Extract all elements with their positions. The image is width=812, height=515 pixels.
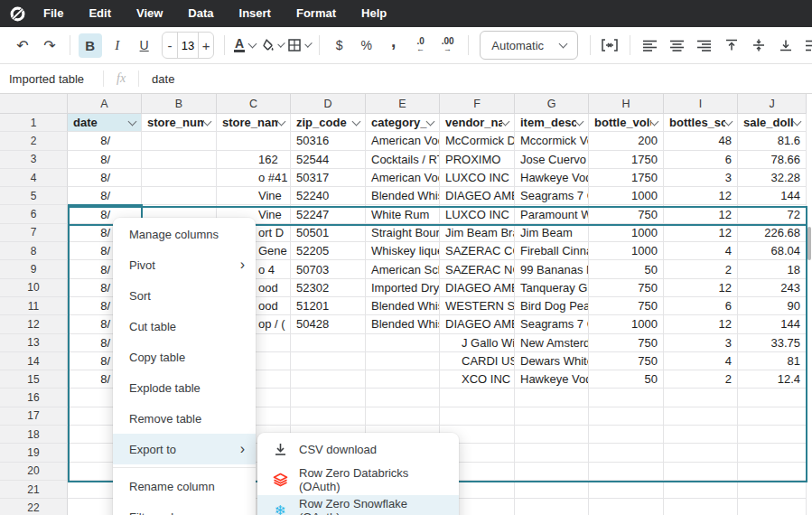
cell-J20[interactable]	[738, 463, 807, 481]
row-header-13[interactable]: 13	[0, 334, 68, 352]
cell-C2[interactable]	[217, 132, 291, 150]
cell-I5[interactable]: 12	[664, 187, 738, 205]
cell-H21[interactable]	[589, 481, 664, 499]
currency-format-button[interactable]: $	[328, 33, 351, 58]
row-header-2[interactable]: 2	[0, 132, 68, 150]
cell-J14[interactable]: 81	[738, 352, 807, 370]
cell-E12[interactable]: Blended Whis	[366, 315, 440, 333]
header-cell-bottles-so[interactable]: bottles_so	[664, 114, 738, 132]
cell-D15[interactable]	[291, 370, 366, 389]
cell-D4[interactable]: 50317	[291, 169, 366, 187]
cell-F7[interactable]: Jim Beam Bra	[440, 224, 515, 242]
underline-button[interactable]: U	[133, 33, 156, 58]
cell-I11[interactable]: 6	[664, 297, 738, 315]
row-header-15[interactable]: 15	[0, 370, 68, 389]
cell-G19[interactable]	[515, 444, 589, 462]
cell-I9[interactable]: 2	[664, 260, 738, 278]
row-header-20[interactable]: 20	[0, 463, 68, 481]
menu-item-explode-table[interactable]: Explode table	[113, 372, 256, 403]
column-header-b[interactable]: B	[142, 94, 217, 114]
cell-H20[interactable]	[589, 463, 664, 481]
cell-I18[interactable]	[664, 426, 738, 444]
cell-D14[interactable]	[291, 352, 366, 370]
row-header-14[interactable]: 14	[0, 352, 68, 370]
cell-D12[interactable]: 50428	[291, 315, 366, 333]
row-header-9[interactable]: 9	[0, 260, 68, 278]
vertical-align-bottom-button[interactable]	[774, 33, 798, 58]
cell-I7[interactable]: 12	[664, 224, 738, 242]
menubar-item-edit[interactable]: Edit	[76, 0, 124, 27]
cell-F6[interactable]: LUXCO INC	[440, 205, 515, 223]
cell-F11[interactable]: WESTERN SP	[440, 297, 515, 315]
cell-H10[interactable]: 750	[589, 279, 664, 297]
menu-item-remove-table[interactable]: Remove table	[113, 403, 256, 434]
fill-color-button[interactable]	[260, 33, 284, 58]
cell-F13[interactable]: J Gallo Wi	[440, 334, 515, 352]
cell-I12[interactable]: 12	[664, 315, 738, 333]
cell-D2[interactable]: 50316	[291, 132, 366, 150]
borders-button[interactable]	[287, 33, 311, 58]
cell-D11[interactable]: 51201	[291, 297, 366, 315]
header-cell-date[interactable]: date	[68, 114, 142, 132]
cell-G7[interactable]: Jim Beam	[515, 224, 589, 242]
row-header-21[interactable]: 21	[0, 481, 68, 499]
row-header-10[interactable]: 10	[0, 279, 68, 297]
cell-E11[interactable]: Blended Whis	[366, 297, 440, 315]
cell-H16[interactable]	[589, 389, 664, 407]
cell-J22[interactable]	[738, 499, 807, 515]
menu-item-copy-table[interactable]: Copy table	[113, 342, 256, 372]
cell-C4[interactable]: o #41	[217, 169, 291, 187]
cell-H17[interactable]	[589, 407, 664, 426]
cell-C5[interactable]: Vine	[217, 187, 291, 205]
header-cell-vendor-na[interactable]: vendor_na	[440, 114, 515, 132]
column-header-d[interactable]: D	[291, 94, 366, 114]
cell-F14[interactable]: CARDI USA	[440, 352, 515, 370]
align-right-button[interactable]	[693, 33, 716, 58]
cell-D10[interactable]: 52302	[291, 279, 366, 297]
cell-B5[interactable]	[142, 187, 217, 205]
cell-J16[interactable]	[738, 389, 807, 407]
cell-I17[interactable]	[664, 407, 738, 426]
cell-H11[interactable]: 750	[589, 297, 664, 315]
cell-I15[interactable]: 2	[664, 370, 738, 389]
cell-J18[interactable]	[738, 426, 807, 444]
header-cell-item-desc[interactable]: item_desc	[515, 114, 589, 132]
cell-F16[interactable]	[440, 389, 515, 407]
cell-E6[interactable]: White Rum	[366, 205, 440, 223]
menu-item-rename-column[interactable]: Rename column	[113, 471, 256, 501]
submenu-item-row-zero-snowflake-oauth[interactable]: ❄Row Zero Snowflake (OAuth)	[257, 495, 459, 515]
cell-F2[interactable]: McCormick D	[440, 132, 515, 150]
menubar-item-file[interactable]: File	[31, 0, 76, 27]
cell-G4[interactable]: Hawkeye Vod	[515, 169, 589, 187]
cell-F17[interactable]	[440, 407, 515, 426]
font-size-increase-button[interactable]: +	[199, 38, 214, 53]
column-header-e[interactable]: E	[366, 94, 440, 114]
cell-G5[interactable]: Seagrams 7 C	[515, 187, 589, 205]
cell-E10[interactable]: Imported Dry	[366, 279, 440, 297]
merge-cells-button[interactable]	[598, 33, 621, 58]
column-filter-chevron-icon[interactable]	[650, 117, 659, 126]
cell-I6[interactable]: 12	[664, 205, 738, 223]
cell-J7[interactable]: 226.68	[738, 224, 807, 242]
cell-H9[interactable]: 50	[589, 260, 664, 278]
cell-F3[interactable]: PROXIMO	[440, 151, 515, 169]
row-header-3[interactable]: 3	[0, 151, 68, 169]
column-filter-chevron-icon[interactable]	[575, 117, 584, 126]
cell-J3[interactable]: 78.66	[738, 151, 807, 169]
align-left-button[interactable]	[639, 33, 662, 58]
vertical-align-middle-button[interactable]	[747, 33, 770, 58]
menu-item-sort[interactable]: Sort	[113, 280, 256, 311]
cell-H15[interactable]: 50	[589, 370, 664, 389]
cell-F4[interactable]: LUXCO INC	[440, 169, 515, 187]
cell-J19[interactable]	[738, 444, 807, 462]
cell-E9[interactable]: American Sch	[366, 260, 440, 278]
cell-E3[interactable]: Cocktails / RT	[366, 151, 440, 169]
cell-B2[interactable]	[142, 132, 217, 150]
column-header-i[interactable]: I	[664, 94, 738, 114]
cell-H3[interactable]: 1750	[589, 151, 664, 169]
cell-H4[interactable]: 1750	[589, 169, 664, 187]
cell-I10[interactable]: 12	[664, 279, 738, 297]
column-filter-chevron-icon[interactable]	[203, 117, 212, 126]
cell-I3[interactable]: 6	[664, 151, 738, 169]
cell-D5[interactable]: 52240	[291, 187, 366, 205]
